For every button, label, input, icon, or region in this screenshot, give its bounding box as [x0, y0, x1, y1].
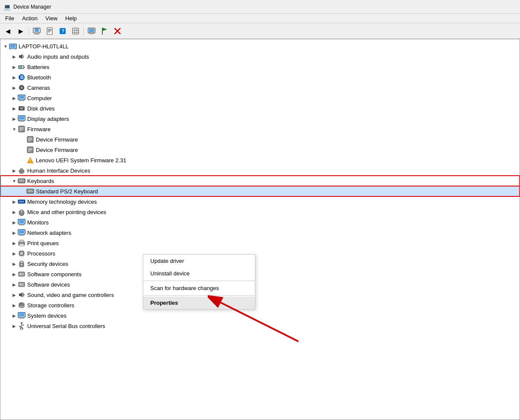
- svg-rect-53: [28, 139, 32, 140]
- icon-softdev: [18, 281, 25, 288]
- svg-point-117: [21, 264, 22, 265]
- tree-item-network[interactable]: ▶ Network adapters: [0, 227, 520, 238]
- tree-item-firmware[interactable]: ▼ Firmware: [0, 124, 520, 134]
- back-button[interactable]: ◀: [2, 25, 14, 37]
- expander-print[interactable]: ▶: [11, 240, 18, 246]
- expander-keyboards[interactable]: ▼: [11, 177, 18, 184]
- help-button[interactable]: ?: [57, 25, 69, 37]
- svg-rect-98: [19, 240, 24, 242]
- expander-audio[interactable]: ▶: [11, 53, 18, 60]
- expander-processors[interactable]: ▶: [11, 250, 18, 257]
- svg-rect-38: [19, 101, 24, 101]
- delete-button[interactable]: [111, 25, 124, 37]
- svg-rect-103: [20, 252, 23, 255]
- expander-root[interactable]: ▼: [2, 43, 9, 50]
- svg-rect-101: [20, 245, 22, 246]
- svg-marker-136: [20, 322, 23, 324]
- context-menu-uninstall-device[interactable]: Uninstall device: [143, 267, 255, 280]
- tree-item-softdev[interactable]: ▶ Software devices: [0, 279, 520, 290]
- expander-firmware[interactable]: ▼: [11, 126, 18, 133]
- icon-root: [9, 42, 17, 50]
- context-menu-update-driver[interactable]: Update driver: [143, 255, 255, 267]
- expander-softdev[interactable]: ▶: [11, 281, 18, 288]
- svg-point-130: [23, 303, 24, 304]
- tree-item-cameras[interactable]: ▶ Cameras: [0, 82, 520, 93]
- tree-item-usb[interactable]: ▶ Universal Serial Bus controllers: [0, 321, 520, 331]
- expander-security[interactable]: ▶: [11, 260, 18, 267]
- expander-system[interactable]: ▶: [11, 312, 18, 319]
- tree-item-firmware3[interactable]: ▶ ! Lenovo UEFI System Firmware 2.31: [0, 155, 520, 165]
- expander-monitors[interactable]: ▶: [11, 219, 18, 226]
- tree-item-computer[interactable]: ▶ Computer: [0, 93, 520, 103]
- label-computer: Computer: [27, 95, 52, 101]
- expander-network[interactable]: ▶: [11, 229, 18, 236]
- expander-storage[interactable]: ▶: [11, 302, 18, 309]
- expander-disk[interactable]: ▶: [11, 105, 18, 112]
- svg-rect-24: [10, 45, 16, 48]
- expander-batteries[interactable]: ▶: [11, 63, 18, 70]
- tree-item-firmware2[interactable]: ▶ Device Firmware: [0, 145, 520, 155]
- menu-view[interactable]: View: [42, 14, 61, 22]
- monitor-button[interactable]: [86, 25, 98, 37]
- tree-item-hid[interactable]: ▶ Human Interface Devices: [0, 165, 520, 176]
- tree-item-memory[interactable]: ▶ Memory technology devices: [0, 196, 520, 207]
- tree-item-bluetooth[interactable]: ▶ B Bluetooth: [0, 72, 520, 82]
- expander-softcomp[interactable]: ▶: [11, 271, 18, 278]
- tree-item-mice[interactable]: ▶ Mice and other pointing devices: [0, 207, 520, 217]
- context-menu-scan-hardware[interactable]: Scan for hardware changes: [143, 282, 255, 294]
- menu-file[interactable]: File: [2, 14, 18, 22]
- grid-button[interactable]: [70, 25, 82, 37]
- icon-audio: [18, 53, 25, 60]
- svg-rect-52: [28, 138, 32, 139]
- menu-help[interactable]: Help: [62, 14, 80, 22]
- computer-button[interactable]: [31, 25, 43, 37]
- label-bluetooth: Bluetooth: [27, 74, 51, 81]
- tree-item-monitors[interactable]: ▶ Monitors: [0, 217, 520, 227]
- svg-rect-28: [24, 67, 25, 68]
- expander-memory[interactable]: ▶: [11, 198, 18, 205]
- label-hid: Human Interface Devices: [27, 167, 90, 174]
- tree-item-softcomp[interactable]: ▶ Software components: [0, 269, 520, 279]
- tree-item-processors[interactable]: ▶ Proces: [0, 248, 520, 259]
- label-disk: Disk drives: [27, 105, 55, 112]
- tree-item-audio[interactable]: ▶ Audio inputs and outputs: [0, 51, 520, 62]
- tree-item-ps2keyboard[interactable]: ▶ Standard PS/2 Keyboard: [0, 186, 520, 196]
- flag-button[interactable]: [98, 25, 111, 37]
- tree-item-keyboards[interactable]: ▼ Keyboards: [0, 176, 520, 186]
- expander-cameras[interactable]: ▶: [11, 84, 18, 91]
- root-label: LAPTOP-HL0TL4LL: [19, 43, 69, 50]
- tree-item-root[interactable]: ▼ LAPTOP-HL0TL4LL: [0, 41, 520, 51]
- svg-rect-125: [22, 285, 24, 286]
- tree-item-disk[interactable]: ▶ Disk drives: [0, 103, 520, 114]
- tree-item-firmware1[interactable]: ▶ Device Firmware: [0, 134, 520, 145]
- context-menu-properties[interactable]: Properties: [143, 297, 255, 309]
- svg-rect-137: [22, 325, 24, 325]
- expander-mice[interactable]: ▶: [11, 208, 18, 215]
- icon-usb: [18, 322, 25, 330]
- tree-item-batteries[interactable]: ▶ Batteries: [0, 62, 520, 72]
- menu-action[interactable]: Action: [19, 14, 41, 22]
- expander-computer[interactable]: ▶: [11, 95, 18, 101]
- tree-item-security[interactable]: ▶ Security devices: [0, 259, 520, 269]
- properties-button[interactable]: [44, 25, 56, 37]
- menu-bar: File Action View Help: [0, 14, 520, 23]
- tree-item-storage[interactable]: ▶ Storage controllers: [0, 300, 520, 310]
- tree-item-print[interactable]: ▶ Print queues: [0, 238, 520, 248]
- expander-hid[interactable]: ▶: [11, 167, 18, 174]
- forward-button[interactable]: ▶: [15, 25, 27, 37]
- expander-display[interactable]: ▶: [11, 115, 18, 122]
- expander-bluetooth[interactable]: ▶: [11, 74, 18, 81]
- tree-area[interactable]: ▼ LAPTOP-HL0TL4LL ▶ Audio inputs and out…: [0, 39, 520, 420]
- svg-rect-54: [28, 140, 31, 141]
- label-cameras: Cameras: [27, 85, 50, 91]
- context-menu: Update driver Uninstall device Scan for …: [143, 254, 255, 309]
- context-menu-sep1: [143, 281, 255, 281]
- expander-sound[interactable]: ▶: [11, 291, 18, 298]
- tree-item-sound[interactable]: ▶ Sound, video and game controllers: [0, 290, 520, 300]
- tree-item-system[interactable]: ▶ System devices: [0, 310, 520, 321]
- app-icon: 💻: [3, 3, 11, 10]
- expander-usb[interactable]: ▶: [11, 322, 18, 329]
- svg-rect-50: [19, 130, 22, 131]
- tree-item-display[interactable]: ▶ Display adapters: [0, 114, 520, 124]
- icon-monitors: [18, 218, 25, 226]
